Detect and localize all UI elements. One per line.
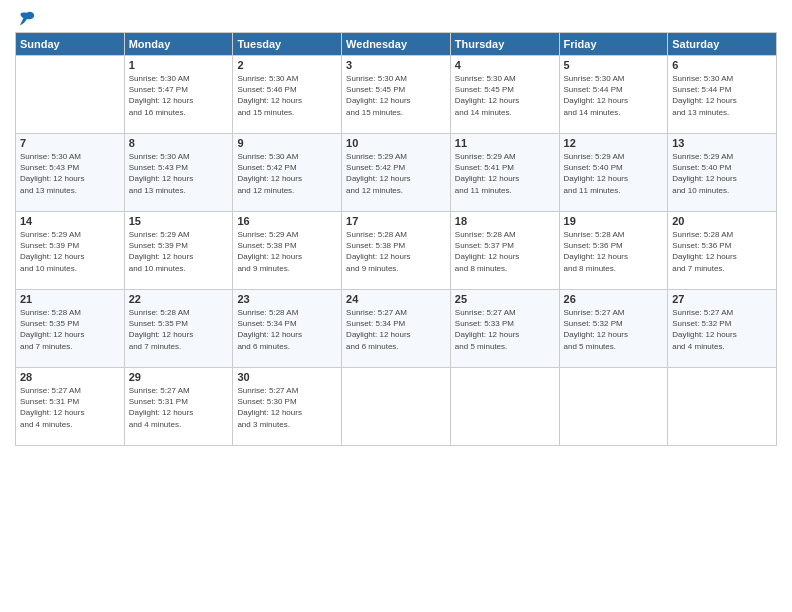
day-info: Sunrise: 5:30 AMSunset: 5:45 PMDaylight:… — [346, 73, 446, 118]
header-friday: Friday — [559, 33, 668, 56]
cell-week3-day4: 17 Sunrise: 5:28 AMSunset: 5:38 PMDaylig… — [342, 212, 451, 290]
week-row-3: 14 Sunrise: 5:29 AMSunset: 5:39 PMDaylig… — [16, 212, 777, 290]
day-info: Sunrise: 5:30 AMSunset: 5:43 PMDaylight:… — [129, 151, 229, 196]
cell-week2-day4: 10 Sunrise: 5:29 AMSunset: 5:42 PMDaylig… — [342, 134, 451, 212]
day-info: Sunrise: 5:29 AMSunset: 5:39 PMDaylight:… — [20, 229, 120, 274]
cell-week4-day4: 24 Sunrise: 5:27 AMSunset: 5:34 PMDaylig… — [342, 290, 451, 368]
day-number: 17 — [346, 215, 446, 227]
day-info: Sunrise: 5:30 AMSunset: 5:44 PMDaylight:… — [672, 73, 772, 118]
weekday-header-row: Sunday Monday Tuesday Wednesday Thursday… — [16, 33, 777, 56]
day-number: 14 — [20, 215, 120, 227]
day-number: 12 — [564, 137, 664, 149]
cell-week3-day1: 14 Sunrise: 5:29 AMSunset: 5:39 PMDaylig… — [16, 212, 125, 290]
header-tuesday: Tuesday — [233, 33, 342, 56]
day-info: Sunrise: 5:27 AMSunset: 5:33 PMDaylight:… — [455, 307, 555, 352]
day-number: 16 — [237, 215, 337, 227]
cell-week5-day4 — [342, 368, 451, 446]
header-thursday: Thursday — [450, 33, 559, 56]
day-number: 25 — [455, 293, 555, 305]
day-info: Sunrise: 5:30 AMSunset: 5:43 PMDaylight:… — [20, 151, 120, 196]
day-number: 2 — [237, 59, 337, 71]
header-wednesday: Wednesday — [342, 33, 451, 56]
day-number: 15 — [129, 215, 229, 227]
header-saturday: Saturday — [668, 33, 777, 56]
day-info: Sunrise: 5:29 AMSunset: 5:40 PMDaylight:… — [672, 151, 772, 196]
day-number: 20 — [672, 215, 772, 227]
day-info: Sunrise: 5:28 AMSunset: 5:34 PMDaylight:… — [237, 307, 337, 352]
day-info: Sunrise: 5:29 AMSunset: 5:40 PMDaylight:… — [564, 151, 664, 196]
day-info: Sunrise: 5:28 AMSunset: 5:38 PMDaylight:… — [346, 229, 446, 274]
day-info: Sunrise: 5:27 AMSunset: 5:32 PMDaylight:… — [564, 307, 664, 352]
day-info: Sunrise: 5:29 AMSunset: 5:42 PMDaylight:… — [346, 151, 446, 196]
cell-week1-day4: 3 Sunrise: 5:30 AMSunset: 5:45 PMDayligh… — [342, 56, 451, 134]
cell-week1-day5: 4 Sunrise: 5:30 AMSunset: 5:45 PMDayligh… — [450, 56, 559, 134]
cell-week2-day1: 7 Sunrise: 5:30 AMSunset: 5:43 PMDayligh… — [16, 134, 125, 212]
cell-week1-day7: 6 Sunrise: 5:30 AMSunset: 5:44 PMDayligh… — [668, 56, 777, 134]
day-info: Sunrise: 5:30 AMSunset: 5:44 PMDaylight:… — [564, 73, 664, 118]
day-number: 7 — [20, 137, 120, 149]
cell-week5-day2: 29 Sunrise: 5:27 AMSunset: 5:31 PMDaylig… — [124, 368, 233, 446]
cell-week4-day7: 27 Sunrise: 5:27 AMSunset: 5:32 PMDaylig… — [668, 290, 777, 368]
cell-week3-day6: 19 Sunrise: 5:28 AMSunset: 5:36 PMDaylig… — [559, 212, 668, 290]
cell-week3-day2: 15 Sunrise: 5:29 AMSunset: 5:39 PMDaylig… — [124, 212, 233, 290]
day-info: Sunrise: 5:30 AMSunset: 5:42 PMDaylight:… — [237, 151, 337, 196]
header-sunday: Sunday — [16, 33, 125, 56]
cell-week1-day1 — [16, 56, 125, 134]
cell-week2-day7: 13 Sunrise: 5:29 AMSunset: 5:40 PMDaylig… — [668, 134, 777, 212]
cell-week2-day2: 8 Sunrise: 5:30 AMSunset: 5:43 PMDayligh… — [124, 134, 233, 212]
week-row-2: 7 Sunrise: 5:30 AMSunset: 5:43 PMDayligh… — [16, 134, 777, 212]
day-number: 27 — [672, 293, 772, 305]
day-info: Sunrise: 5:29 AMSunset: 5:39 PMDaylight:… — [129, 229, 229, 274]
calendar-body: 1 Sunrise: 5:30 AMSunset: 5:47 PMDayligh… — [16, 56, 777, 446]
day-number: 3 — [346, 59, 446, 71]
day-number: 26 — [564, 293, 664, 305]
cell-week2-day3: 9 Sunrise: 5:30 AMSunset: 5:42 PMDayligh… — [233, 134, 342, 212]
cell-week1-day2: 1 Sunrise: 5:30 AMSunset: 5:47 PMDayligh… — [124, 56, 233, 134]
day-number: 9 — [237, 137, 337, 149]
day-number: 24 — [346, 293, 446, 305]
cell-week2-day5: 11 Sunrise: 5:29 AMSunset: 5:41 PMDaylig… — [450, 134, 559, 212]
day-info: Sunrise: 5:27 AMSunset: 5:31 PMDaylight:… — [20, 385, 120, 430]
day-info: Sunrise: 5:28 AMSunset: 5:35 PMDaylight:… — [20, 307, 120, 352]
cell-week5-day5 — [450, 368, 559, 446]
day-info: Sunrise: 5:27 AMSunset: 5:30 PMDaylight:… — [237, 385, 337, 430]
cell-week4-day3: 23 Sunrise: 5:28 AMSunset: 5:34 PMDaylig… — [233, 290, 342, 368]
calendar-table: Sunday Monday Tuesday Wednesday Thursday… — [15, 32, 777, 446]
cell-week4-day2: 22 Sunrise: 5:28 AMSunset: 5:35 PMDaylig… — [124, 290, 233, 368]
cell-week3-day5: 18 Sunrise: 5:28 AMSunset: 5:37 PMDaylig… — [450, 212, 559, 290]
cell-week3-day3: 16 Sunrise: 5:29 AMSunset: 5:38 PMDaylig… — [233, 212, 342, 290]
day-number: 10 — [346, 137, 446, 149]
day-number: 28 — [20, 371, 120, 383]
day-info: Sunrise: 5:30 AMSunset: 5:46 PMDaylight:… — [237, 73, 337, 118]
day-info: Sunrise: 5:30 AMSunset: 5:47 PMDaylight:… — [129, 73, 229, 118]
day-info: Sunrise: 5:27 AMSunset: 5:31 PMDaylight:… — [129, 385, 229, 430]
cell-week3-day7: 20 Sunrise: 5:28 AMSunset: 5:36 PMDaylig… — [668, 212, 777, 290]
day-number: 21 — [20, 293, 120, 305]
day-number: 13 — [672, 137, 772, 149]
day-info: Sunrise: 5:28 AMSunset: 5:36 PMDaylight:… — [564, 229, 664, 274]
header-monday: Monday — [124, 33, 233, 56]
day-number: 19 — [564, 215, 664, 227]
day-info: Sunrise: 5:27 AMSunset: 5:32 PMDaylight:… — [672, 307, 772, 352]
cell-week4-day1: 21 Sunrise: 5:28 AMSunset: 5:35 PMDaylig… — [16, 290, 125, 368]
day-info: Sunrise: 5:29 AMSunset: 5:41 PMDaylight:… — [455, 151, 555, 196]
day-info: Sunrise: 5:28 AMSunset: 5:37 PMDaylight:… — [455, 229, 555, 274]
cell-week5-day1: 28 Sunrise: 5:27 AMSunset: 5:31 PMDaylig… — [16, 368, 125, 446]
day-number: 5 — [564, 59, 664, 71]
cell-week5-day3: 30 Sunrise: 5:27 AMSunset: 5:30 PMDaylig… — [233, 368, 342, 446]
day-number: 8 — [129, 137, 229, 149]
week-row-5: 28 Sunrise: 5:27 AMSunset: 5:31 PMDaylig… — [16, 368, 777, 446]
day-info: Sunrise: 5:30 AMSunset: 5:45 PMDaylight:… — [455, 73, 555, 118]
day-number: 30 — [237, 371, 337, 383]
cell-week2-day6: 12 Sunrise: 5:29 AMSunset: 5:40 PMDaylig… — [559, 134, 668, 212]
cell-week1-day6: 5 Sunrise: 5:30 AMSunset: 5:44 PMDayligh… — [559, 56, 668, 134]
cell-week4-day5: 25 Sunrise: 5:27 AMSunset: 5:33 PMDaylig… — [450, 290, 559, 368]
day-number: 18 — [455, 215, 555, 227]
day-number: 22 — [129, 293, 229, 305]
day-info: Sunrise: 5:28 AMSunset: 5:35 PMDaylight:… — [129, 307, 229, 352]
day-info: Sunrise: 5:28 AMSunset: 5:36 PMDaylight:… — [672, 229, 772, 274]
cell-week4-day6: 26 Sunrise: 5:27 AMSunset: 5:32 PMDaylig… — [559, 290, 668, 368]
logo-bird-icon — [18, 10, 36, 28]
day-number: 1 — [129, 59, 229, 71]
week-row-4: 21 Sunrise: 5:28 AMSunset: 5:35 PMDaylig… — [16, 290, 777, 368]
